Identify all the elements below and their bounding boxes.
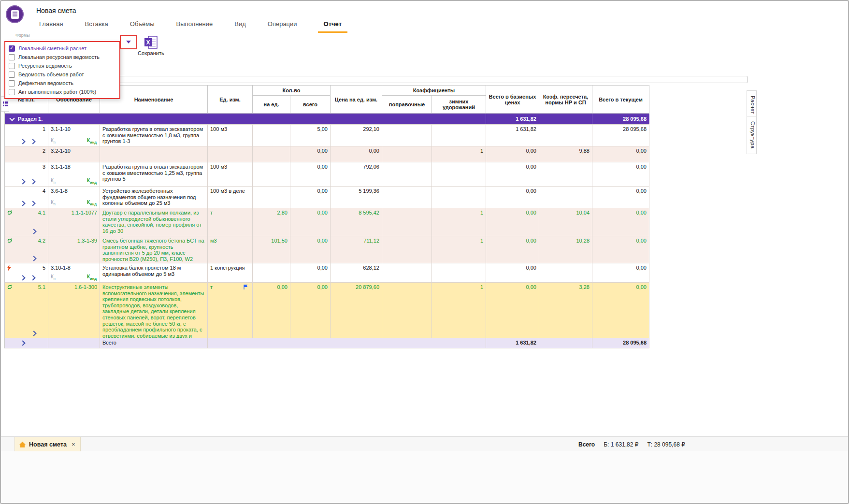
cell-qty-unit [253,146,290,162]
total-row[interactable]: Всего 1 631,82 28 095,68 [5,338,649,348]
dropdown-item-completed-works-act[interactable]: Акт выполненных работ (100%) [5,87,119,96]
table-row[interactable]: 5 3.10-1-8 КпКинд Установка балок пролет… [5,263,649,283]
cell-k-recalc: 3,28 [539,283,592,338]
checkbox-icon[interactable] [9,72,15,78]
table-row-resource[interactable]: 4.1 1.1-1-1077 Двутавр с параллельными п… [5,208,649,236]
table-row-resource[interactable]: 5.1 1.6-1-300 Конструктивные элементы вс… [5,283,649,338]
kind-coef[interactable]: Кинд [87,178,97,185]
recycle-icon [7,210,13,216]
totals-current-value: Т: 28 095,68 ₽ [647,441,685,448]
save-button-label: Сохранить [138,50,164,56]
estimate-table: № п.п. Обоснование Наименование Ед. изм.… [4,85,649,348]
totals-base-value: Б: 1 631,82 ₽ [604,441,638,448]
svg-text:X: X [146,39,150,46]
cell-qty-total: 0,00 [290,263,331,282]
table-row-resource[interactable]: 4.2 1.3-1-39 Смесь бетонная тяжелого бет… [5,236,649,263]
dropdown-item-local-estimate[interactable]: Локальный сметный расчет [5,44,119,53]
expand-arrows[interactable] [32,230,36,233]
cell-k-winter: 1 [432,236,486,263]
cell-base: 0,00 [486,263,539,282]
tab-obyomy[interactable]: Объёмы [129,17,156,33]
cell-k-winter: 1 [432,146,486,162]
cell-unit: м3 [208,236,253,263]
cell-base: 0,00 [486,187,539,208]
chevron-right-icon [20,201,25,206]
checkbox-icon[interactable] [9,80,15,86]
cell-k-recalc [539,162,592,186]
document-tab[interactable]: Новая смета × [14,437,81,452]
cell-base: 0,00 [486,236,539,263]
cell-k-recalc [539,263,592,282]
checkbox-icon[interactable] [9,63,15,69]
chevron-down-icon[interactable] [9,115,14,121]
expand-arrows[interactable] [32,331,36,335]
cell-name: Разработка грунта в отвал экскаватором с… [100,162,208,186]
table-row[interactable]: 1 3.1-1-10 КпКинд Разработка грунта в от… [5,125,649,146]
close-icon[interactable]: × [72,441,75,448]
col-header-qty-total: всего [290,96,331,114]
cell-qty-unit [253,125,290,146]
expand-arrows[interactable] [21,341,25,345]
side-tab-struktura[interactable]: Структура [747,116,757,154]
cell-num: 5 [5,263,48,282]
checkbox-checked-icon[interactable] [9,45,15,52]
cell-qty-total: 0,00 [290,146,331,162]
cell-k-winter [432,125,486,146]
tab-glavnaya[interactable]: Главная [38,17,64,33]
cell-k-corr [382,162,432,186]
cell-price: 20 879,60 [331,283,382,338]
tab-operacii[interactable]: Операции [267,17,298,33]
cell-code: 1.3-1-39 [48,236,100,263]
cell-qty-total: 0,00 [290,236,331,263]
cell-unit [208,146,253,162]
expand-arrows[interactable] [21,276,35,280]
kp-coef[interactable]: Кп [51,274,56,281]
table-row[interactable]: 3 3.1-1-18 КпКинд Разработка грунта в от… [5,162,649,187]
cell-price: 628,12 [331,263,382,282]
section-row[interactable]: Раздел 1. 1 631,82 28 095,68 [5,114,649,125]
kind-coef[interactable]: Кинд [87,138,97,144]
tab-vstavka[interactable]: Вставка [84,17,109,33]
side-tab-raschet[interactable]: Расчет [747,90,757,119]
cell-k-corr [382,208,432,236]
col-header-coef-group: Коэффициенты [382,86,486,96]
cell-k-corr [382,146,432,162]
dropdown-item-local-resource-sheet[interactable]: Локальная ресурсная ведомость [5,53,119,61]
tab-otchet-active[interactable]: Отчет [318,17,347,33]
statusbar-spacer [1,451,848,503]
col-header-price: Цена на ед. изм. [331,86,382,114]
table-row[interactable]: 4 3.6-1-8 КпКинд Устройство железобетонн… [5,187,649,208]
save-to-excel-button[interactable]: X Сохранить [138,36,164,56]
kp-coef[interactable]: Кп [51,200,56,206]
lightning-icon [7,265,11,271]
table-row[interactable]: 2 3.2-1-10 0,00 0,00 1 0,00 9,88 0,00 [5,146,649,162]
cell-k-recalc: 10,28 [539,236,592,263]
expand-arrows[interactable] [21,202,35,205]
kind-coef[interactable]: Кинд [87,200,97,206]
cell-k-winter [432,187,486,208]
expand-arrows[interactable] [21,180,35,184]
expand-arrows[interactable] [32,257,36,260]
checkbox-icon[interactable] [9,89,15,95]
kp-coef[interactable]: Кп [51,178,56,185]
tab-vid[interactable]: Вид [233,17,247,33]
chevron-down-icon[interactable] [126,41,131,43]
tab-vypolnenie[interactable]: Выполнение [175,17,214,33]
checkbox-icon[interactable] [9,54,15,60]
flag-icon[interactable] [243,284,248,290]
app-window: Новая смета Главная Вставка Объёмы Выпол… [0,0,849,504]
cell-k-winter: 1 [432,283,486,338]
chevron-right-icon [20,179,25,184]
cell-current: 0,00 [592,208,649,236]
expand-arrows[interactable] [21,140,35,144]
kind-coef[interactable]: Кинд [87,274,97,281]
section-base-total: 1 631,82 [486,114,539,124]
dropdown-item-resource-sheet[interactable]: Ресурсная ведомость [5,61,119,70]
dropdown-item-work-volumes[interactable]: Ведомость объемов работ [5,70,119,79]
chevron-right-icon [20,139,25,144]
grid-icon [3,101,8,106]
dropdown-item-defect-sheet[interactable]: Дефектная ведомость [5,79,119,87]
kp-coef[interactable]: Кп [51,138,56,144]
cell-unit: 100 м3 в деле [208,187,253,208]
cell-unit: 1 конструкция [208,263,253,282]
